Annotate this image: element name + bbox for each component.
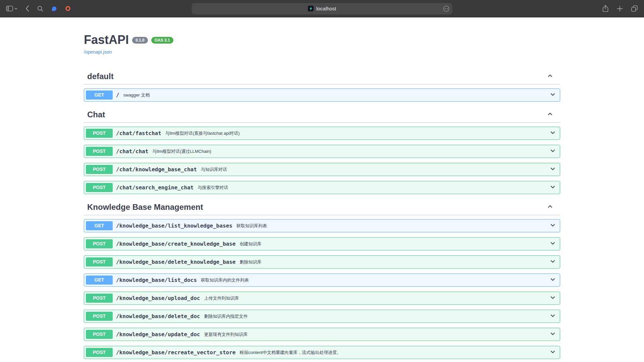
operation-row[interactable]: POST /knowledge_base/create_knowledge_ba…: [84, 237, 560, 250]
operation-row[interactable]: GET /knowledge_base/list_knowledge_bases…: [84, 219, 560, 232]
operation-path: /chat/chat: [116, 148, 148, 155]
operation-row[interactable]: POST /knowledge_base/recreate_vector_sto…: [84, 346, 560, 359]
expand-operation-button[interactable]: [549, 258, 556, 266]
expand-operation-button[interactable]: [549, 184, 556, 191]
tabs-icon: [631, 5, 638, 12]
section-header[interactable]: Chat: [84, 107, 560, 123]
extension-blue-button[interactable]: [51, 6, 57, 11]
expand-operation-button[interactable]: [549, 147, 556, 155]
operation-summary[interactable]: POST /knowledge_base/upload_doc 上传文件到知识库: [84, 292, 560, 304]
operation-path: /knowledge_base/list_docs: [116, 277, 197, 283]
operation-row[interactable]: POST /chat/fastchat 与llm模型对话(直接与fastchat…: [84, 127, 560, 140]
operation-summary[interactable]: POST /chat/chat 与llm模型对话(通过LLMChain): [84, 145, 560, 158]
operation-row[interactable]: POST /chat/search_engine_chat 与搜索引擎对话: [84, 181, 560, 194]
section-header[interactable]: Knowledge Base Management: [84, 199, 560, 215]
operation-summary[interactable]: POST /chat/knowledge_base_chat 与知识库对话: [84, 163, 560, 176]
openapi-json-link[interactable]: /openapi.json: [84, 49, 112, 55]
expand-operation-button[interactable]: [549, 222, 556, 230]
method-badge: POST: [86, 312, 113, 321]
share-button[interactable]: [602, 5, 609, 12]
plus-icon: [617, 6, 623, 12]
operation-description: 与知识库对话: [201, 167, 227, 173]
expand-operation-button[interactable]: [549, 294, 556, 302]
operation-path: /knowledge_base/list_knowledge_bases: [116, 223, 232, 229]
operation-row[interactable]: GET /knowledge_base/list_docs 获取知识库内的文件列…: [84, 274, 560, 287]
chevron-up-icon: [547, 75, 553, 80]
section-title: Chat: [87, 110, 105, 119]
operation-description: 与llm模型对话(通过LLMChain): [152, 148, 211, 155]
operation-description: 获取知识库内的文件列表: [201, 277, 249, 283]
sidebar-toggle-button[interactable]: [6, 6, 17, 11]
new-tab-button[interactable]: [617, 6, 623, 12]
chevron-down-icon: [549, 279, 556, 284]
address-bar[interactable]: localhost: [192, 3, 452, 14]
swagger-page: FastAPI0.1.0OAS 3.1 /openapi.json defaul…: [0, 17, 644, 362]
method-badge: POST: [86, 348, 113, 357]
operation-summary[interactable]: POST /chat/fastchat 与llm模型对话(直接与fastchat…: [84, 127, 560, 139]
search-icon: [37, 6, 43, 12]
operation-description: 更新现有文件到知识库: [204, 331, 248, 338]
operation-summary[interactable]: POST /knowledge_base/update_doc 更新现有文件到知…: [84, 328, 560, 341]
expand-operation-button[interactable]: [549, 276, 556, 284]
method-badge: POST: [86, 257, 113, 266]
section-header[interactable]: default: [84, 68, 560, 84]
method-badge: POST: [86, 165, 113, 174]
page-settings-button[interactable]: [443, 5, 449, 12]
operation-description: 创建知识库: [239, 241, 261, 247]
operation-row[interactable]: POST /chat/chat 与llm模型对话(通过LLMChain): [84, 145, 560, 158]
oas-badge: OAS 3.1: [151, 37, 173, 44]
expand-operation-button[interactable]: [549, 312, 556, 320]
operation-row[interactable]: POST /knowledge_base/update_doc 更新现有文件到知…: [84, 328, 560, 341]
method-badge: GET: [86, 221, 113, 230]
back-button[interactable]: [25, 5, 29, 12]
toolbar-right: [602, 5, 638, 12]
operation-summary[interactable]: POST /knowledge_base/recreate_vector_sto…: [84, 346, 560, 359]
expand-operation-button[interactable]: [549, 129, 556, 137]
operation-row[interactable]: GET / swagger 文档: [84, 88, 560, 102]
address-text: localhost: [316, 6, 336, 11]
expand-operation-button[interactable]: [549, 166, 556, 173]
operation-path: /knowledge_base/create_knowledge_base: [116, 241, 235, 247]
expand-operation-button[interactable]: [549, 91, 556, 99]
extension-orange-button[interactable]: [65, 6, 71, 11]
chevron-down-icon: [549, 225, 556, 230]
operation-summary[interactable]: GET / swagger 文档: [84, 89, 560, 101]
method-badge: POST: [86, 183, 113, 192]
chevron-left-icon: [25, 5, 29, 12]
operation-summary[interactable]: GET /knowledge_base/list_knowledge_bases…: [84, 220, 560, 232]
section-operations: GET / swagger 文档: [84, 88, 560, 102]
chevron-down-icon: [549, 132, 556, 137]
toolbar-left: [6, 5, 71, 12]
operation-row[interactable]: POST /knowledge_base/delete_doc 删除知识库内指定…: [84, 310, 560, 323]
operation-row[interactable]: POST /chat/knowledge_base_chat 与知识库对话: [84, 163, 560, 176]
circled-ellipsis-icon: [443, 5, 449, 12]
operation-summary[interactable]: POST /chat/search_engine_chat 与搜索引擎对话: [84, 181, 560, 194]
collapse-section-button[interactable]: [547, 203, 553, 211]
expand-operation-button[interactable]: [549, 330, 556, 338]
operation-summary[interactable]: POST /knowledge_base/delete_doc 删除知识库内指定…: [84, 310, 560, 322]
operation-summary[interactable]: POST /knowledge_base/create_knowledge_ba…: [84, 238, 560, 250]
operation-description: 删除知识库内指定文件: [204, 313, 248, 319]
page-title: FastAPI0.1.0OAS 3.1: [84, 33, 560, 47]
collapse-section-button[interactable]: [547, 72, 553, 80]
collapse-section-button[interactable]: [547, 111, 553, 118]
chevron-down-icon: [549, 333, 556, 338]
expand-operation-button[interactable]: [549, 349, 556, 356]
tab-overview-button[interactable]: [631, 5, 638, 12]
operation-path: /: [116, 92, 119, 98]
api-title-text: FastAPI: [84, 33, 129, 47]
section-title: default: [87, 71, 114, 81]
chevron-down-icon: [549, 186, 556, 191]
operation-path: /knowledge_base/upload_doc: [116, 295, 200, 301]
chevron-down-icon: [549, 168, 556, 173]
operation-summary[interactable]: POST /knowledge_base/delete_knowledge_ba…: [84, 256, 560, 268]
chevron-up-icon: [547, 113, 553, 118]
operation-row[interactable]: POST /knowledge_base/upload_doc 上传文件到知识库: [84, 292, 560, 305]
operation-row[interactable]: POST /knowledge_base/delete_knowledge_ba…: [84, 255, 560, 268]
blue-extension-icon: [51, 6, 57, 11]
search-button[interactable]: [37, 6, 43, 12]
content-wrapper: FastAPI0.1.0OAS 3.1 /openapi.json defaul…: [77, 33, 567, 359]
expand-operation-button[interactable]: [549, 240, 556, 248]
operation-summary[interactable]: GET /knowledge_base/list_docs 获取知识库内的文件列…: [84, 274, 560, 286]
api-section: default GET / swagger 文档: [84, 68, 560, 102]
